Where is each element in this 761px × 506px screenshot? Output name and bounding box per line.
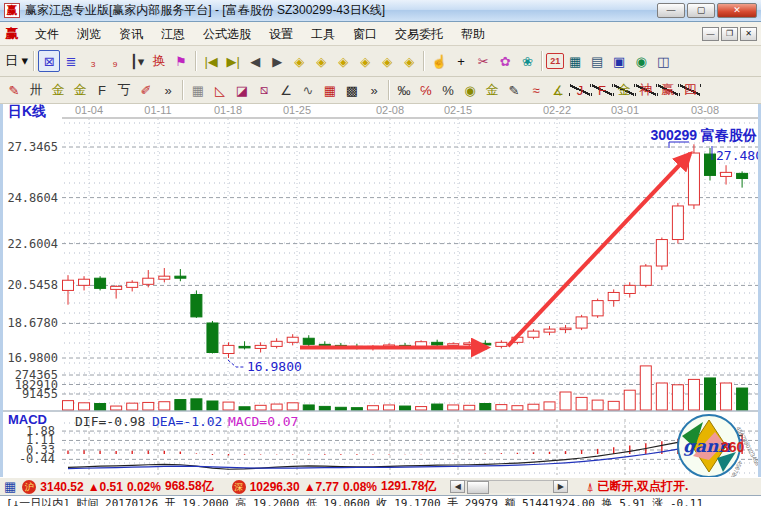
menu-item-file[interactable]: 文件 [26,25,68,43]
box-grid-icon[interactable]: ▦ [187,79,209,101]
candle[interactable] [721,172,732,176]
candle[interactable] [608,292,619,300]
candle[interactable] [111,286,122,289]
title-bar[interactable]: 赢 赢家江恩专业版[赢家内部服务平台] - [富春股份 SZ300299-43日… [0,0,761,22]
close-button[interactable]: ✕ [717,3,757,18]
candle[interactable] [223,345,234,353]
candle[interactable] [576,317,587,328]
menu-item-browse[interactable]: 浏览 [68,25,110,43]
candle[interactable] [640,266,651,285]
percent-tool-icon[interactable]: % [437,79,459,101]
candle[interactable] [656,240,667,266]
red-grid-icon[interactable]: ▦ [319,79,341,101]
candle[interactable] [624,285,635,293]
gold2-angle-icon[interactable]: 金 [613,79,635,101]
brush-tool-icon[interactable]: ✎ [3,79,25,101]
candle[interactable] [705,154,716,175]
shanghai-market-icon[interactable]: 沪 [22,480,36,494]
calculator-icon[interactable]: ▦ [564,50,586,72]
candle[interactable] [672,206,683,240]
gold-line-icon[interactable]: 金 [481,79,503,101]
candle[interactable] [480,343,491,345]
calendar-icon[interactable]: 21 [546,53,564,69]
ying-angle-icon[interactable]: 赢 [657,79,679,101]
zigzag-icon[interactable]: ∿ [297,79,319,101]
candle[interactable] [143,278,154,284]
diagonal-box-icon[interactable]: ⧅ [253,79,275,101]
gann-gold-grid2-icon[interactable]: 金 [69,79,91,101]
mark-tool-icon[interactable]: ✿ [494,50,516,72]
minute3-chart-icon[interactable]: ₃ [82,50,104,72]
crosshair-tool-icon[interactable]: + [450,50,472,72]
candle[interactable] [592,301,603,316]
first-page-icon[interactable]: |◀ [200,50,222,72]
diamond-expand-icon[interactable]: ◈ [332,50,354,72]
menu-item-help[interactable]: 帮助 [452,25,494,43]
candle[interactable] [432,342,443,345]
percent-stats-icon[interactable]: ‰ [393,79,415,101]
candle[interactable] [207,323,218,353]
menu-item-settings[interactable]: 设置 [260,25,302,43]
remote-pc-icon[interactable]: ◫ [652,50,674,72]
menu-item-gann[interactable]: 江恩 [152,25,194,43]
j-angle-icon[interactable]: J [569,79,591,101]
diamond-zoomout-icon[interactable]: ◈ [398,50,420,72]
next-stock-icon[interactable]: ▶ [266,50,288,72]
candle[interactable] [175,276,186,278]
connection-status[interactable]: 已断开,双点打开. [598,478,689,495]
info-list-icon[interactable]: ≣ [60,50,82,72]
gann-spiral-icon[interactable]: 丂 [113,79,135,101]
child-minimize-button[interactable]: — [702,27,719,41]
minute9-chart-icon[interactable]: ₉ [104,50,126,72]
notes-icon[interactable]: ▤ [586,50,608,72]
market-grid-icon[interactable]: ▦ [4,479,16,494]
candle[interactable] [255,345,266,348]
menu-item-tools[interactable]: 工具 [302,25,344,43]
menu-item-window[interactable]: 窗口 [344,25,386,43]
candle[interactable] [464,343,475,345]
child-restore-button[interactable]: ❐ [721,27,738,41]
fan-lines-icon[interactable]: ◺ [209,79,231,101]
hand-tool-icon[interactable]: ☝ [428,50,450,72]
gann-gold-grid-icon[interactable]: 金 [47,79,69,101]
antenna-icon[interactable]: ⍋ [586,480,593,494]
shen-angle-icon[interactable]: 神 [635,79,657,101]
gold-circle-icon[interactable]: ◉ [459,79,481,101]
scroll-left-arrow[interactable]: ◀ [450,480,465,493]
horizontal-scrollbar[interactable]: ◀ ▶ [450,480,568,493]
candle[interactable] [79,279,90,285]
candle[interactable] [448,344,459,346]
fan-box-icon[interactable]: ◪ [231,79,253,101]
candle[interactable] [287,337,298,342]
cut-tool-icon[interactable]: ✂ [472,50,494,72]
scroll-right-arrow[interactable]: ▶ [553,480,568,493]
candle[interactable] [544,329,555,332]
brush2-tool-icon[interactable]: ✐ [135,79,157,101]
child-close-button[interactable]: ✕ [740,27,757,41]
diamond-compress-icon[interactable]: ◈ [354,50,376,72]
candle[interactable] [191,294,202,316]
gold-angle-icon[interactable]: ∡ [547,79,569,101]
diamond-right-icon[interactable]: ◈ [310,50,332,72]
color-chart-icon[interactable]: ⚑ [170,50,192,72]
grid-lines-icon[interactable]: 卅 [25,79,47,101]
save-icon[interactable]: ▣ [608,50,630,72]
scroll-track[interactable] [465,480,553,493]
candle[interactable] [688,153,699,205]
si-angle-icon[interactable]: 四 [679,79,701,101]
candle[interactable] [528,331,539,337]
maximize-button[interactable]: ▢ [687,3,715,18]
more-tools-chevron2[interactable]: » [363,79,385,101]
diamond-left-icon[interactable]: ◈ [288,50,310,72]
menu-item-news[interactable]: 资讯 [110,25,152,43]
candle[interactable] [303,338,314,344]
angle-lines-icon[interactable]: ∠ [275,79,297,101]
menu-item-stock-screener[interactable]: 公式选股 [194,25,260,43]
scroll-thumb[interactable] [467,481,489,494]
shenzhen-market-icon[interactable]: 深 [232,480,246,494]
candle[interactable] [560,328,571,330]
candle[interactable] [737,173,748,178]
zoom-area-icon[interactable]: ⊠ [38,50,60,72]
restore-formula-icon[interactable]: 换 [148,50,170,72]
minimize-button[interactable]: — [657,3,685,18]
